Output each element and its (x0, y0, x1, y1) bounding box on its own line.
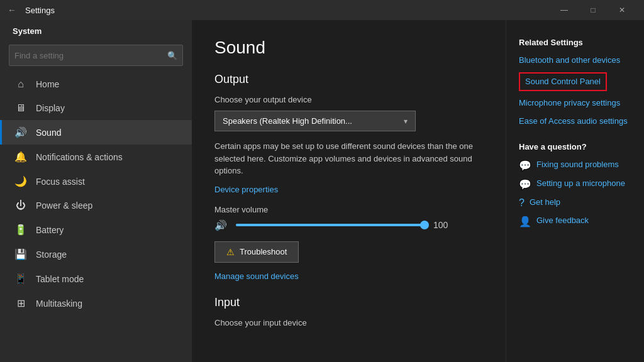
sidebar-item-label: Storage (36, 250, 67, 260)
fixing-sound-link[interactable]: Fixing sound problems (536, 159, 619, 170)
multitasking-icon: ⊞ (14, 297, 27, 309)
manage-sound-devices-link[interactable]: Manage sound devices (214, 272, 483, 281)
related-settings-title: Related Settings (519, 38, 631, 47)
sidebar-item-label: Home (36, 79, 59, 89)
sidebar-item-display[interactable]: 🖥 Display (0, 96, 192, 120)
sidebar-item-label: Multitasking (36, 299, 82, 309)
volume-value: 100 (433, 220, 452, 230)
main-layout: System 🔍 ⌂ Home 🖥 Display 🔊 Sound 🔔 Noti… (0, 20, 644, 362)
sidebar-item-label: Tablet mode (36, 274, 84, 284)
related-links-list: Bluetooth and other devicesSound Control… (519, 55, 631, 127)
troubleshoot-button[interactable]: ⚠ Troubleshoot (214, 241, 299, 263)
volume-label: Master volume (214, 205, 483, 214)
sidebar-item-power[interactable]: ⏻ Power & sleep (0, 194, 192, 217)
search-input[interactable] (14, 51, 167, 60)
action-items-list: ? Get help 👤 Give feedback (519, 197, 631, 228)
window-title: Settings (25, 6, 55, 15)
volume-row: 🔊 100 (214, 219, 483, 231)
related-link-sound-control-panel[interactable]: Sound Control Panel (519, 72, 607, 91)
input-section-title: Input (214, 296, 483, 309)
sidebar-item-tablet[interactable]: 📱 Tablet mode (0, 266, 192, 291)
storage-icon: 💾 (14, 248, 27, 260)
sidebar-item-label: Battery (36, 225, 64, 235)
volume-slider[interactable] (236, 224, 425, 226)
output-device-dropdown[interactable]: Speakers (Realtek High Definition... ▾ (214, 111, 416, 131)
setting-up-mic-icon: 💬 (519, 178, 531, 190)
fixing-sound-icon: 💬 (519, 160, 531, 172)
sidebar-item-notifications[interactable]: 🔔 Notifications & actions (0, 145, 192, 169)
page-title: Sound (214, 38, 483, 58)
slider-fill (236, 224, 425, 226)
close-button[interactable]: ✕ (608, 0, 636, 20)
search-box[interactable]: 🔍 (9, 45, 183, 66)
sidebar-item-focus[interactable]: 🌙 Focus assist (0, 169, 192, 194)
get-help-link[interactable]: Get help (530, 197, 560, 208)
battery-icon: 🔋 (14, 224, 27, 236)
sidebar-item-label: Notifications & actions (36, 152, 123, 162)
action-item-give-feedback: 👤 Give feedback (519, 215, 631, 228)
back-button[interactable]: ← (8, 5, 20, 15)
volume-icon: 🔊 (214, 219, 227, 231)
related-link-bluetooth[interactable]: Bluetooth and other devices (519, 55, 631, 66)
titlebar: ← Settings — □ ✕ (0, 0, 644, 20)
get-help-icon: ? (519, 197, 525, 209)
input-device-label: Choose your input device (214, 318, 483, 327)
content-area: Sound Output Choose your output device S… (192, 20, 506, 362)
output-info-text: Certain apps may be set up to use differ… (214, 140, 479, 177)
sidebar-item-home[interactable]: ⌂ Home (0, 72, 192, 96)
sidebar-item-label: Display (36, 103, 65, 113)
sidebar-item-label: Power & sleep (36, 200, 92, 211)
sidebar: System 🔍 ⌂ Home 🖥 Display 🔊 Sound 🔔 Noti… (0, 20, 192, 362)
give-feedback-icon: 👤 (519, 216, 531, 228)
device-properties-link[interactable]: Device properties (214, 185, 278, 194)
sidebar-item-label: Focus assist (36, 177, 85, 187)
help-item-fixing-sound: 💬 Fixing sound problems (519, 159, 631, 172)
help-item-setting-up-mic: 💬 Setting up a microphone (519, 178, 631, 190)
focus-icon: 🌙 (14, 175, 27, 187)
have-a-question-title: Have a question? (519, 142, 631, 151)
sidebar-item-battery[interactable]: 🔋 Battery (0, 217, 192, 242)
slider-thumb (420, 221, 429, 229)
related-link-ease-of-access[interactable]: Ease of Access audio settings (519, 116, 631, 127)
device-label: Choose your output device (214, 95, 483, 104)
power-icon: ⏻ (14, 200, 27, 211)
sidebar-item-sound[interactable]: 🔊 Sound (0, 120, 192, 145)
troubleshoot-label: Troubleshoot (240, 247, 287, 256)
action-item-get-help: ? Get help (519, 197, 631, 209)
tablet-icon: 📱 (14, 273, 27, 285)
related-link-microphone-privacy[interactable]: Microphone privacy settings (519, 97, 631, 109)
output-section-title: Output (214, 73, 483, 86)
input-section: Input Choose your input device (214, 296, 483, 327)
maximize-button[interactable]: □ (579, 0, 608, 20)
output-device-value: Speakers (Realtek High Definition... (223, 116, 352, 126)
notifications-icon: 🔔 (14, 151, 27, 163)
sidebar-item-multitasking[interactable]: ⊞ Multitasking (0, 291, 192, 315)
search-icon: 🔍 (167, 51, 177, 60)
chevron-down-icon: ▾ (404, 117, 408, 126)
window-controls: — □ ✕ (550, 0, 636, 20)
sidebar-item-storage[interactable]: 💾 Storage (0, 242, 192, 266)
sound-icon: 🔊 (14, 126, 27, 138)
right-panel: Related Settings Bluetooth and other dev… (506, 20, 644, 362)
warning-icon: ⚠ (226, 247, 235, 257)
nav-list: ⌂ Home 🖥 Display 🔊 Sound 🔔 Notifications… (0, 72, 192, 315)
system-label: System (0, 20, 192, 40)
sidebar-item-label: Sound (36, 128, 61, 138)
home-icon: ⌂ (14, 79, 27, 90)
display-icon: 🖥 (14, 102, 27, 114)
minimize-button[interactable]: — (550, 0, 579, 20)
help-items-list: 💬 Fixing sound problems 💬 Setting up a m… (519, 159, 631, 190)
give-feedback-link[interactable]: Give feedback (536, 215, 589, 226)
setting-up-mic-link[interactable]: Setting up a microphone (536, 178, 625, 189)
